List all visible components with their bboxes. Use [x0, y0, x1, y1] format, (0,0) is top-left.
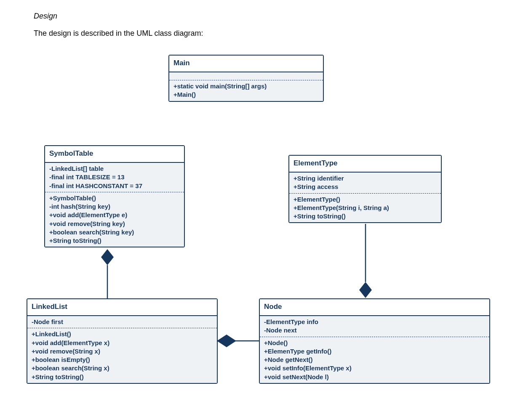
method-row: +ElemenType getInfo() [264, 347, 485, 356]
class-methods: +ElementType() +ElementType(String i, St… [289, 194, 441, 223]
method-row: +SymbolTable() [49, 194, 180, 202]
class-name: Main [169, 56, 323, 72]
attribute-row: -LinkedList[] table [49, 165, 180, 173]
method-row: +static void main(String[] args) [173, 82, 319, 90]
method-row: +void add(ElementType x) [32, 339, 213, 347]
method-row: +String toString() [49, 237, 180, 245]
method-row: +ElementType(String i, String a) [294, 204, 437, 212]
class-name: LinkedList [27, 299, 217, 316]
uml-class-main: Main +static void main(String[] args) +M… [168, 55, 324, 102]
class-attributes-empty [169, 72, 323, 80]
attribute-row: -final int HASHCONSTANT = 37 [49, 182, 180, 190]
svg-marker-1 [101, 249, 114, 265]
svg-marker-3 [359, 282, 372, 298]
class-methods: +static void main(String[] args) +Main() [169, 80, 323, 101]
method-row: +String toString() [294, 212, 437, 221]
method-row: +void setInfo(ElementType x) [264, 364, 485, 372]
method-row: +Main() [173, 90, 319, 99]
attribute-row: -Node first [32, 318, 213, 326]
method-row: +LinkedList() [32, 330, 213, 338]
class-methods: +SymbolTable() -int hash(String key) +vo… [45, 192, 184, 247]
uml-class-elementtype: ElementType +String identifier +String a… [288, 155, 442, 223]
class-methods: +Node() +ElemenType getInfo() +Node getN… [260, 337, 489, 383]
method-row: +boolean isEmpty() [32, 356, 213, 364]
method-row: +ElementType() [294, 195, 437, 204]
attribute-row: +String identifier [294, 174, 437, 183]
uml-class-symboltable: SymbolTable -LinkedList[] table -final i… [44, 145, 185, 247]
attribute-row: -final int TABLESIZE = 13 [49, 173, 180, 181]
uml-diagram: Main +static void main(String[] args) +M… [25, 55, 488, 400]
class-attributes: -LinkedList[] table -final int TABLESIZE… [45, 163, 184, 192]
class-attributes: -Node first [27, 316, 217, 328]
class-name: ElementType [289, 156, 441, 173]
attribute-row: +String access [294, 183, 437, 191]
class-methods: +LinkedList() +void add(ElementType x) +… [27, 328, 217, 383]
uml-class-linkedlist: LinkedList -Node first +LinkedList() +vo… [27, 298, 218, 384]
method-row: +void add(ElementType e) [49, 211, 180, 219]
method-row: +Node() [264, 339, 485, 347]
svg-marker-5 [217, 335, 236, 347]
class-attributes: -ElementType info -Node next [260, 316, 489, 337]
section-heading: Design [34, 12, 498, 21]
class-attributes: +String identifier +String access [289, 173, 441, 194]
method-row: +boolean search(String x) [32, 364, 213, 372]
method-row: +void remove(String x) [32, 347, 213, 356]
method-row: +Node getNext() [264, 356, 485, 364]
uml-class-node: Node -ElementType info -Node next +Node(… [259, 298, 490, 384]
attribute-row: -Node next [264, 326, 485, 335]
method-row: +void remove(String key) [49, 220, 180, 228]
method-row: -int hash(String key) [49, 202, 180, 211]
method-row: +void setNext(Node l) [264, 373, 485, 381]
class-name: Node [260, 299, 489, 316]
attribute-row: -ElementType info [264, 318, 485, 326]
description-text: The design is described in the UML class… [34, 29, 498, 38]
method-row: +boolean search(String key) [49, 228, 180, 237]
method-row: +String toString() [32, 373, 213, 381]
class-name: SymbolTable [45, 146, 184, 163]
